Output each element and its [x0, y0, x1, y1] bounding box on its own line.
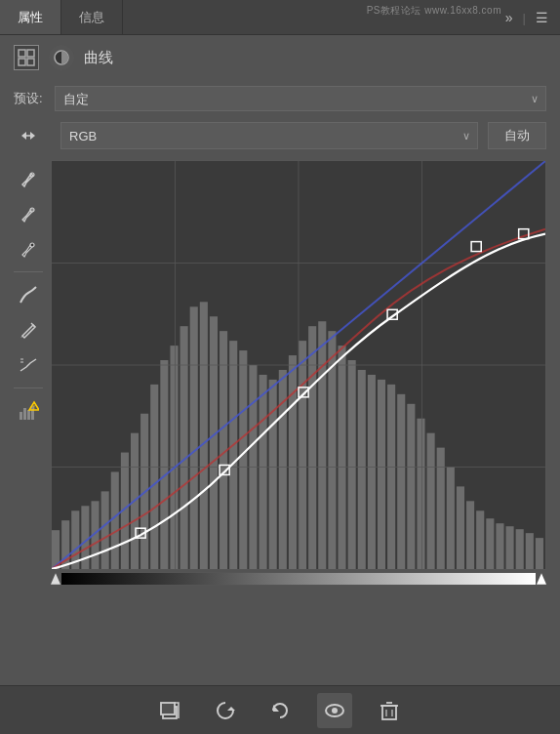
svg-rect-53: [407, 404, 415, 569]
svg-rect-59: [466, 501, 474, 569]
svg-rect-65: [526, 533, 534, 569]
svg-rect-83: [161, 703, 175, 714]
svg-rect-58: [457, 486, 464, 569]
svg-rect-38: [260, 375, 267, 569]
svg-rect-51: [387, 385, 395, 569]
svg-rect-44: [318, 321, 326, 569]
svg-text:!: !: [33, 404, 35, 410]
smooth-tool[interactable]: [14, 350, 43, 380]
svg-rect-23: [111, 471, 119, 569]
channel-select-wrapper[interactable]: RGB 红 绿 蓝: [60, 122, 478, 149]
histogram-warning-tool[interactable]: !: [14, 396, 43, 426]
svg-rect-13: [27, 410, 30, 420]
tool-divider-1: [14, 271, 43, 272]
svg-rect-52: [397, 394, 405, 569]
svg-rect-43: [308, 326, 316, 569]
svg-rect-42: [299, 341, 306, 569]
curves-svg: [52, 161, 545, 569]
expand-icon[interactable]: »: [501, 8, 517, 27]
delete-button[interactable]: [372, 693, 407, 728]
svg-rect-3: [27, 59, 34, 65]
svg-rect-63: [506, 526, 514, 569]
preset-select[interactable]: 自定 默认 增加对比度 线性对比度 中间调对比度: [55, 86, 546, 111]
svg-rect-12: [23, 408, 26, 420]
svg-point-9: [30, 208, 34, 212]
tab-action-icons: » | ☰: [501, 0, 560, 35]
svg-rect-88: [382, 706, 396, 719]
tool-divider-2: [14, 387, 43, 388]
menu-icon[interactable]: ☰: [532, 8, 552, 27]
svg-rect-2: [19, 59, 25, 65]
svg-rect-11: [20, 412, 22, 420]
svg-rect-28: [160, 360, 168, 569]
svg-rect-22: [101, 491, 109, 569]
curve-tool[interactable]: [14, 280, 43, 309]
reset-button[interactable]: [262, 693, 298, 728]
svg-rect-32: [200, 302, 208, 569]
svg-rect-48: [358, 370, 366, 569]
main-area: !: [0, 154, 560, 591]
tab-info[interactable]: 信息: [61, 0, 123, 34]
circle-icon: [49, 45, 74, 70]
preset-row: 预设: 自定 默认 增加对比度 线性对比度 中间调对比度: [0, 80, 560, 117]
preset-select-wrapper[interactable]: 自定 默认 增加对比度 线性对比度 中间调对比度: [55, 86, 546, 111]
clip-to-layer-button[interactable]: [153, 693, 188, 728]
svg-rect-30: [180, 326, 188, 569]
svg-rect-54: [417, 419, 424, 569]
eyedropper-black-tool[interactable]: [14, 234, 43, 264]
svg-rect-56: [437, 448, 445, 569]
svg-rect-57: [447, 468, 455, 570]
channel-select[interactable]: RGB 红 绿 蓝: [60, 122, 478, 149]
svg-rect-41: [289, 355, 297, 569]
svg-rect-33: [210, 316, 218, 569]
gradient-bar: [60, 572, 537, 586]
visibility-button[interactable]: [317, 693, 352, 728]
svg-point-10: [30, 243, 34, 247]
svg-marker-84: [227, 707, 235, 711]
preset-label: 预设:: [14, 90, 45, 107]
svg-rect-27: [150, 385, 158, 569]
svg-rect-31: [190, 306, 198, 569]
svg-rect-61: [486, 518, 494, 569]
black-triangle[interactable]: [51, 572, 60, 586]
curves-container[interactable]: [51, 160, 546, 586]
svg-rect-78: [471, 242, 481, 252]
eyedropper-grey-tool[interactable]: [14, 199, 43, 228]
white-triangle[interactable]: [537, 572, 546, 586]
svg-rect-55: [427, 433, 435, 569]
tab-properties[interactable]: 属性: [0, 0, 61, 34]
svg-rect-0: [19, 50, 25, 57]
eyedropper-white-tool[interactable]: [14, 164, 43, 193]
panel-header: 曲线: [0, 35, 560, 80]
channel-row: RGB 红 绿 蓝 自动: [0, 117, 560, 154]
svg-marker-5: [21, 132, 26, 140]
tools-spacer: [14, 121, 51, 150]
pencil-tool[interactable]: [14, 315, 43, 345]
svg-marker-80: [51, 573, 60, 585]
panel-title: 曲线: [84, 49, 113, 67]
svg-marker-81: [537, 573, 546, 585]
left-tools: !: [14, 160, 51, 586]
channel-selector-tool[interactable]: [14, 121, 43, 150]
curves-graph[interactable]: [51, 160, 546, 570]
svg-rect-1: [27, 50, 34, 57]
tab-bar: 属性 信息 PS教程论坛 www.16xx8.com » | ☰: [0, 0, 560, 35]
watermark: PS教程论坛 www.16xx8.com: [367, 4, 501, 18]
svg-rect-35: [229, 341, 237, 569]
svg-rect-46: [338, 346, 345, 569]
grid-icon: [14, 45, 39, 70]
svg-rect-62: [496, 523, 503, 569]
svg-rect-66: [536, 538, 543, 569]
bottom-toolbar: [0, 685, 560, 734]
refresh-button[interactable]: [208, 693, 243, 728]
auto-button[interactable]: 自动: [488, 122, 546, 149]
svg-rect-47: [348, 360, 356, 569]
svg-rect-29: [170, 346, 178, 569]
svg-rect-49: [368, 375, 376, 569]
svg-rect-36: [239, 350, 247, 569]
svg-point-87: [332, 708, 338, 714]
svg-marker-6: [30, 132, 35, 140]
gradient-bar-area: [51, 572, 546, 586]
svg-rect-64: [516, 529, 524, 569]
svg-rect-60: [476, 510, 484, 569]
